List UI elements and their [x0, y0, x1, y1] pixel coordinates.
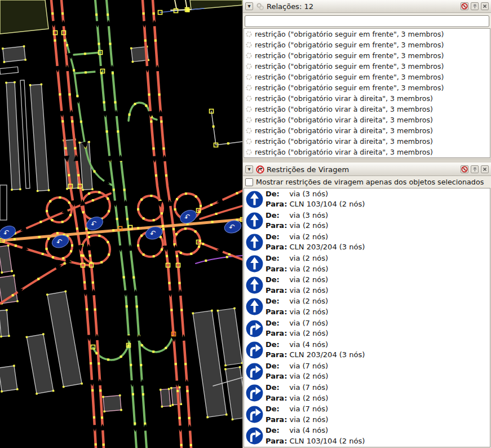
turn-restriction-item[interactable]: De: via (7 nós)Para: via (2 nós) [244, 318, 490, 339]
turn-restriction-item[interactable]: De: via (2 nós)Para: via (2 nós) [244, 296, 490, 318]
turn-restrictions-panel: ▾ Restrições de Viragem [243, 163, 491, 448]
relation-filter-row [243, 13, 491, 28]
relation-icon [245, 73, 253, 81]
relation-list-item[interactable]: restrição ("obrigatório seguir em frente… [244, 72, 490, 82]
straight-ahead-icon [246, 212, 263, 230]
turn-restriction-item[interactable]: De: via (4 nós)Para: CLN 103/104 (2 nós) [244, 425, 490, 447]
way-blue-way [160, 8, 204, 12]
relations-list[interactable]: restrição ("obrigatório seguir em frente… [244, 28, 490, 159]
collapse-icon[interactable]: ▾ [245, 165, 253, 173]
relation-filter-input[interactable] [245, 15, 489, 27]
relations-panel-header: ▾ Relações: 12 [243, 0, 491, 13]
relation-item-label: restrição ("obrigatório seguir em frente… [255, 51, 444, 60]
turn-restrictions-list[interactable]: De: via (3 nós)Para: CLN 103/104 (2 nós)… [244, 188, 490, 447]
turn-restriction-text: De: via (2 nós)Para: via (2 nós) [266, 275, 328, 296]
relation-list-item[interactable]: restrição ("obrigatório virar à direita"… [244, 136, 490, 147]
turn-panel-header: ▾ Restrições de Viragem [243, 163, 491, 176]
turn-restriction-item[interactable]: De: via (2 nós)Para: via (2 nós) [244, 253, 490, 275]
turn-restriction-text: De: via (7 nós)Para: via (2 nós) [266, 318, 328, 339]
right-turn-icon [246, 384, 263, 402]
turn-restriction-item[interactable]: De: via (7 nós)Para: via (2 nós) [244, 404, 490, 425]
way-cream-stub-2 [185, 0, 187, 10]
right-turn-icon [246, 320, 263, 337]
relation-item-label: restrição ("obrigatório virar à direita"… [255, 94, 433, 103]
relation-icon [245, 63, 253, 70]
right-turn-icon [246, 341, 263, 359]
relation-item-label: restrição ("obrigatório virar à direita"… [255, 105, 433, 113]
relation-item-label: restrição ("obrigatório seguir em frente… [255, 41, 444, 49]
relation-list-icon [255, 2, 264, 11]
buildings-layer [0, 45, 242, 420]
relation-icon [245, 30, 253, 38]
turn-restriction-text: De: via (2 nós)Para: via (2 nós) [266, 296, 328, 317]
turn-restriction-text: De: via (3 nós)Para: CLN 103/104 (2 nós) [266, 189, 365, 210]
way-cream-stub-1 [175, 0, 176, 8]
relation-item-label: restrição ("obrigatório seguir em frente… [255, 73, 444, 81]
relation-list-item[interactable]: restrição ("obrigatório virar à direita"… [244, 93, 490, 104]
relation-icon [245, 84, 253, 91]
relation-item-label: restrição ("obrigatório seguir em frente… [255, 30, 444, 38]
relation-icon [245, 116, 253, 124]
close-icon[interactable] [481, 2, 489, 10]
right-turn-icon [246, 427, 263, 445]
relations-panel: ▾ Relações: 12 [243, 0, 491, 159]
turn-restriction-text: De: via (3 nós)Para: via (2 nós) [266, 210, 328, 231]
turn-panel-title: Restrições de Viragem [267, 165, 349, 174]
turn-restriction-item[interactable]: De: via (3 nós)Para: CLN 103/104 (2 nós) [244, 188, 490, 210]
relation-list-item[interactable]: restrição ("obrigatório seguir em frente… [244, 50, 490, 61]
show-selected-only-checkbox[interactable] [245, 178, 253, 186]
turn-restriction-text: De: via (7 nós)Para: via (2 nós) [266, 404, 328, 425]
relation-icon [245, 95, 253, 102]
relation-item-label: restrição ("obrigatório seguir em frente… [255, 84, 444, 92]
turn-restriction-item[interactable]: De: via (7 nós)Para: via (2 nós) [244, 383, 490, 404]
relation-list-item[interactable]: restrição ("obrigatório seguir em frente… [244, 39, 490, 50]
relation-item-label: restrição ("obrigatório virar à direita"… [255, 148, 433, 156]
turn-restriction-text: De: via (4 nós)Para: CLN 103/104 (2 nós) [266, 425, 365, 446]
relation-list-item[interactable]: restrição ("obrigatório virar à direita"… [244, 147, 490, 157]
map-canvas[interactable]: ↶↶↶↶↶↶ [0, 0, 242, 448]
turn-restriction-text: De: via (2 nós)Para: via (2 nós) [266, 253, 328, 274]
turn-restriction-item[interactable]: De: via (4 nós)Para: CLN 203/204 (3 nós) [244, 339, 490, 361]
relation-list-item[interactable]: restrição ("obrigatório virar à direita"… [244, 104, 490, 115]
relations-panel-title: Relações: 12 [267, 2, 313, 11]
map-view[interactable]: ↶↶↶↶↶↶ [0, 0, 242, 448]
hide-dialog-icon[interactable] [461, 2, 468, 10]
pin-icon[interactable] [471, 165, 479, 173]
relation-list-item[interactable]: restrição ("obrigatório virar à direita"… [244, 115, 490, 125]
turn-restriction-item[interactable]: De: via (2 nós)Para: CLN 203/204 (3 nós) [244, 231, 490, 253]
turn-restriction-text: De: via (7 nós)Para: via (2 nós) [266, 383, 328, 403]
pin-icon[interactable] [471, 2, 479, 10]
straight-ahead-icon [246, 298, 263, 315]
relation-list-item[interactable]: restrição ("obrigatório seguir em frente… [244, 61, 490, 72]
landuse-layer [0, 0, 242, 34]
straight-ahead-icon [246, 191, 263, 208]
way-green-connector-upper [74, 52, 100, 55]
relation-list-item[interactable]: restrição ("obrigatório seguir em frente… [244, 82, 490, 93]
turn-restriction-item[interactable]: De: via (2 nós)Para: via (2 nós) [244, 275, 490, 296]
relation-item-label: restrição ("obrigatório seguir em frente… [255, 62, 444, 71]
turn-restriction-text: De: via (4 nós)Para: CLN 203/204 (3 nós) [266, 340, 365, 361]
turn-restriction-text: De: via (7 nós)Para: via (2 nós) [266, 361, 328, 382]
turn-restriction-sign-icon [255, 165, 264, 174]
turn-restriction-item[interactable]: De: via (3 nós)Para: via (2 nós) [244, 210, 490, 231]
show-selected-only-label: Mostrar restrições de viragem apenas dos… [256, 178, 484, 186]
collapse-icon[interactable]: ▾ [245, 2, 253, 10]
relation-icon [245, 41, 253, 49]
panel-splitter[interactable] [243, 159, 491, 163]
close-icon[interactable] [481, 165, 489, 173]
relation-list-item[interactable]: restrição ("obrigatório seguir em frente… [244, 29, 490, 39]
straight-ahead-icon [246, 255, 263, 273]
way-green-u-east [138, 335, 173, 352]
hide-dialog-icon[interactable] [461, 165, 468, 173]
relation-icon [245, 138, 253, 145]
relation-list-item[interactable]: restrição ("obrigatório virar à direita"… [244, 125, 490, 136]
turn-restriction-text: De: via (2 nós)Para: CLN 203/204 (3 nós) [266, 232, 365, 253]
show-selected-only-row: Mostrar restrições de viragem apenas dos… [243, 176, 491, 188]
relation-icon [245, 148, 253, 156]
relation-item-label: restrição ("obrigatório virar à direita"… [255, 137, 433, 146]
turn-restriction-item[interactable]: De: via (7 nós)Para: via (2 nós) [244, 361, 490, 382]
relation-icon [245, 52, 253, 59]
relation-icon [245, 127, 253, 134]
straight-ahead-icon [246, 276, 263, 294]
relation-item-label: restrição ("obrigatório virar à direita"… [255, 116, 433, 124]
